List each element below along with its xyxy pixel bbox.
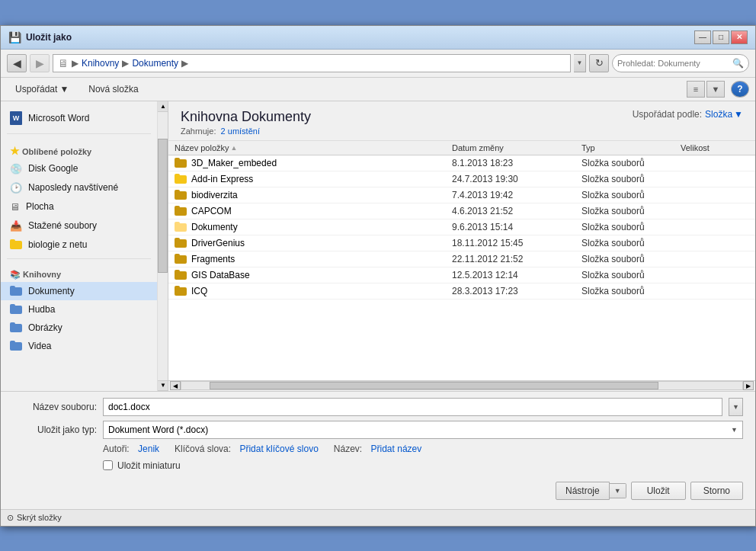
file-name: Dokumenty: [191, 222, 238, 232]
file-list[interactable]: 3D_Maker_embeded 8.1.2013 18:23 Složka s…: [168, 155, 755, 380]
col-header-date[interactable]: Datum změny: [452, 143, 581, 152]
thumbnail-checkbox[interactable]: [103, 460, 113, 470]
table-row[interactable]: Fragments 22.11.2012 21:52 Složka soubor…: [168, 251, 755, 267]
sidebar-item-disk-label: Disk Google: [28, 163, 78, 174]
table-row[interactable]: GIS DataBase 12.5.2013 12:14 Složka soub…: [168, 267, 755, 284]
locations-link[interactable]: 2 umístění: [221, 127, 260, 136]
tools-button-group: Nástroje ▼: [556, 482, 626, 500]
hscroll-left-button[interactable]: ◀: [170, 381, 181, 390]
content-area: Knihovna Dokumenty Zahrnuje: 2 umístění …: [168, 101, 755, 391]
cancel-button[interactable]: Storno: [690, 482, 743, 500]
documents-folder-icon: [10, 286, 22, 296]
keywords-item: Klíčová slova: Přidat klíčové slovo: [175, 444, 319, 454]
sidebar-item-documents[interactable]: Dokumenty: [1, 282, 157, 300]
favorites-label: Oblíbené položky: [22, 147, 91, 156]
filetype-dropdown[interactable]: Dokument Word (*.docx) ▼: [103, 421, 743, 439]
file-type: Složka souborů: [581, 270, 681, 280]
table-row[interactable]: Dokumenty 9.6.2013 15:14 Složka souborů: [168, 219, 755, 235]
address-bar[interactable]: 🖥 ▶ Knihovny ▶ Dokumenty ▶: [53, 54, 571, 72]
sidebar-item-recent[interactable]: 🕑 Naposledy navštívené: [1, 178, 157, 197]
file-name: GIS DataBase: [191, 270, 250, 280]
star-icon: ★: [10, 145, 20, 157]
sort-label: Uspořádat podle:: [633, 109, 702, 120]
sort-controls: Uspořádat podle: Složka ▼: [633, 109, 743, 120]
sidebar-item-downloads[interactable]: 📥 Stažené soubory: [1, 216, 157, 235]
save-button[interactable]: Uložit: [631, 482, 686, 500]
authors-value[interactable]: Jenik: [138, 444, 159, 454]
sidebar-item-word[interactable]: W Microsoft Word: [1, 107, 157, 129]
sidebar-item-pictures[interactable]: Obrázky: [1, 319, 157, 337]
libraries-label: Knihovny: [23, 270, 61, 279]
sidebar-item-disk-google[interactable]: 💿 Disk Google: [1, 159, 157, 178]
hide-folders-label: Skrýt složky: [17, 513, 62, 522]
thumbnail-label[interactable]: Uložit miniaturu: [117, 460, 181, 471]
file-type: Složka souborů: [581, 206, 681, 216]
file-date: 9.6.2013 15:14: [452, 222, 581, 232]
sidebar-scroll-thumb: [158, 139, 168, 273]
new-folder-button[interactable]: Nová složka: [80, 81, 146, 98]
sidebar-item-desktop[interactable]: 🖥 Plocha: [1, 197, 157, 216]
tools-dropdown-button[interactable]: ▼: [610, 483, 626, 498]
toolbar: Uspořádat ▼ Nová složka ≡ ▼ ?: [1, 78, 755, 101]
table-row[interactable]: CAPCOM 4.6.2013 21:52 Složka souborů: [168, 203, 755, 219]
videos-folder-icon: [10, 341, 22, 351]
file-folder-icon: [175, 270, 187, 280]
view-dropdown-button[interactable]: ▼: [706, 81, 725, 98]
maximize-button[interactable]: □: [713, 30, 729, 44]
file-date: 8.1.2013 18:23: [452, 158, 581, 168]
table-row[interactable]: ICQ 28.3.2013 17:23 Složka souborů: [168, 284, 755, 300]
title-link[interactable]: Přidat název: [371, 444, 422, 454]
table-row[interactable]: biodiverzita 7.4.2013 19:42 Složka soubo…: [168, 187, 755, 203]
table-row[interactable]: DriverGenius 18.11.2012 15:45 Složka sou…: [168, 235, 755, 251]
authors-item: Autoři: Jenik: [103, 444, 159, 454]
back-button[interactable]: ◀: [7, 54, 27, 72]
filename-dropdown[interactable]: ▼: [729, 398, 743, 416]
content-header: Knihovna Dokumenty Zahrnuje: 2 umístění …: [168, 101, 755, 141]
sidebar-item-music[interactable]: Hudba: [1, 300, 157, 319]
file-name: 3D_Maker_embeded: [191, 158, 277, 168]
file-type: Složka souborů: [581, 238, 681, 248]
hscroll-thumb: [210, 382, 658, 389]
sidebar-scroll-up[interactable]: ▲: [158, 101, 168, 112]
file-folder-icon: [175, 190, 187, 200]
filetype-dropdown-arrow: ▼: [731, 426, 738, 434]
minimize-button[interactable]: —: [694, 30, 711, 44]
library-icon: 📚: [10, 270, 21, 279]
breadcrumb-documents[interactable]: Dokumenty: [132, 58, 178, 69]
forward-button[interactable]: ▶: [30, 54, 50, 72]
title-bar: 💾 Uložit jako — □ ✕: [1, 26, 755, 50]
table-row[interactable]: 3D_Maker_embeded 8.1.2013 18:23 Složka s…: [168, 155, 755, 171]
file-type: Složka souborů: [581, 286, 681, 296]
thumbnail-row: Uložit miniaturu: [13, 460, 743, 471]
sidebar: W Microsoft Word ★ Oblíbené položky 💿 Di…: [1, 101, 168, 391]
sidebar-scroll-down[interactable]: ▼: [158, 380, 168, 391]
organize-button[interactable]: Uspořádat ▼: [7, 81, 77, 98]
keywords-link[interactable]: Přidat klíčové slovo: [239, 444, 318, 454]
search-box[interactable]: 🔍: [612, 54, 749, 72]
filename-row: Název souboru: ▼: [13, 398, 743, 416]
help-button[interactable]: ?: [731, 81, 749, 98]
sidebar-separator-2: [7, 258, 151, 259]
view-details-button[interactable]: ≡: [687, 81, 705, 98]
tools-button[interactable]: Nástroje: [556, 482, 610, 500]
horizontal-scrollbar: ◀ ▶: [168, 380, 755, 391]
hscroll-right-button[interactable]: ▶: [743, 381, 754, 390]
sidebar-scroll-track: [158, 112, 168, 380]
close-button[interactable]: ✕: [731, 30, 748, 44]
sidebar-separator: [7, 133, 151, 134]
breadcrumb-libraries[interactable]: Knihovny: [82, 58, 119, 69]
address-dropdown-button[interactable]: ▼: [574, 54, 586, 72]
table-row[interactable]: Add-in Express 24.7.2013 19:30 Složka so…: [168, 171, 755, 187]
sidebar-item-biologie[interactable]: biologie z netu: [1, 235, 157, 254]
hide-folders-button[interactable]: ⊙ Skrýt složky: [7, 513, 62, 523]
search-input[interactable]: [617, 59, 729, 68]
file-folder-icon: [175, 286, 187, 296]
sort-link[interactable]: Složka ▼: [705, 109, 743, 120]
sort-dropdown-icon: ▼: [734, 109, 743, 120]
filename-input[interactable]: [103, 398, 722, 416]
col-header-name[interactable]: Název položky ▲: [175, 143, 452, 152]
sidebar-item-videos[interactable]: Videa: [1, 337, 157, 355]
refresh-button[interactable]: ↻: [589, 54, 609, 72]
col-header-size[interactable]: Velikost: [681, 143, 749, 152]
col-header-type[interactable]: Typ: [581, 143, 681, 152]
